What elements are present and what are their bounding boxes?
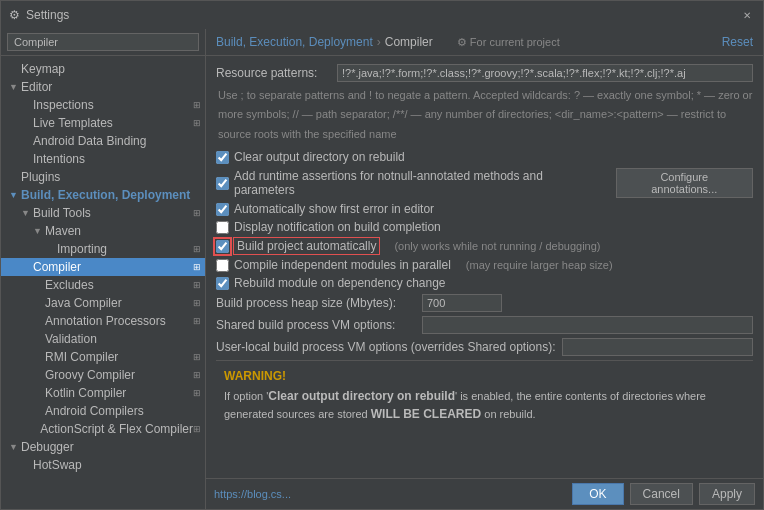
auto-show-error-checkbox[interactable] [216, 203, 229, 216]
arrow-icon: ▼ [33, 226, 45, 236]
sidebar-item-actionscript-flex[interactable]: ActionScript & Flex Compiler ⊞ [1, 420, 205, 438]
sidebar-tree: Keymap ▼ Editor Inspections ⊞ Live Tem [1, 56, 205, 509]
sidebar-item-hotswap[interactable]: HotSwap [1, 456, 205, 474]
display-notification-row: Display notification on build completion [216, 220, 753, 234]
build-automatically-label[interactable]: Build project automatically [234, 238, 379, 254]
build-automatically-checkbox[interactable] [216, 240, 229, 253]
arrow-icon: ▼ [21, 208, 33, 218]
breadcrumb-link1[interactable]: Build, Execution, Deployment [216, 35, 373, 49]
warning-box: WARNING! If option 'Clear output directo… [216, 360, 753, 431]
rebuild-module-row: Rebuild module on dependency change [216, 276, 753, 290]
cancel-button[interactable]: Cancel [630, 483, 693, 505]
shared-vm-input[interactable] [422, 316, 753, 334]
sidebar-item-label: Groovy Compiler [45, 368, 193, 382]
sidebar-item-java-compiler[interactable]: Java Compiler ⊞ [1, 294, 205, 312]
main-content: Keymap ▼ Editor Inspections ⊞ Live Tem [1, 29, 763, 509]
sidebar-item-label: Editor [21, 80, 201, 94]
display-notification-checkbox[interactable] [216, 221, 229, 234]
footer: https://blog.cs... OK Cancel Apply [206, 478, 763, 509]
sidebar-item-label: Importing [57, 242, 193, 256]
sidebar-item-groovy-compiler[interactable]: Groovy Compiler ⊞ [1, 366, 205, 384]
sidebar-item-android-data-binding[interactable]: Android Data Binding [1, 132, 205, 150]
sidebar-item-label: Build, Execution, Deployment [21, 188, 201, 202]
ext-icon: ⊞ [193, 118, 201, 128]
sidebar-item-label: Excludes [45, 278, 193, 292]
clear-output-checkbox[interactable] [216, 151, 229, 164]
shared-vm-row: Shared build process VM options: [216, 316, 753, 334]
rebuild-module-checkbox[interactable] [216, 277, 229, 290]
ext-icon: ⊞ [193, 298, 201, 308]
sidebar-item-excludes[interactable]: Excludes ⊞ [1, 276, 205, 294]
sidebar-item-label: Maven [45, 224, 201, 238]
sidebar-item-label: Inspections [33, 98, 193, 112]
sidebar-item-label: Android Data Binding [33, 134, 201, 148]
sidebar-item-label: RMI Compiler [45, 350, 193, 364]
heap-size-row: Build process heap size (Mbytes): [216, 294, 753, 312]
sidebar-item-label: Plugins [21, 170, 201, 184]
ext-icon: ⊞ [193, 370, 201, 380]
search-bar [1, 29, 205, 56]
sidebar-item-label: Compiler [33, 260, 193, 274]
sidebar-item-intentions[interactable]: Intentions [1, 150, 205, 168]
sidebar-item-android-compilers[interactable]: Android Compilers [1, 402, 205, 420]
window-title: Settings [26, 8, 69, 22]
sidebar-item-label: Kotlin Compiler [45, 386, 193, 400]
build-automatically-row: Build project automatically (only works … [216, 238, 753, 254]
sidebar-item-build-tools[interactable]: ▼ Build Tools ⊞ [1, 204, 205, 222]
arrow-icon: ▼ [9, 82, 21, 92]
hint-line2: more symbols; // — path separator; /**/ … [218, 105, 753, 124]
sidebar-item-keymap[interactable]: Keymap [1, 60, 205, 78]
sidebar-item-inspections[interactable]: Inspections ⊞ [1, 96, 205, 114]
sidebar-item-label: Live Templates [33, 116, 193, 130]
sidebar-item-kotlin-compiler[interactable]: Kotlin Compiler ⊞ [1, 384, 205, 402]
sidebar-item-plugins[interactable]: Plugins [1, 168, 205, 186]
sidebar-item-importing[interactable]: Importing ⊞ [1, 240, 205, 258]
ext-icon: ⊞ [193, 280, 201, 290]
rebuild-module-label[interactable]: Rebuild module on dependency change [234, 276, 446, 290]
heap-size-input[interactable] [422, 294, 502, 312]
sidebar-item-maven[interactable]: ▼ Maven [1, 222, 205, 240]
sidebar-item-compiler[interactable]: Compiler ⊞ [1, 258, 205, 276]
user-local-vm-input[interactable] [562, 338, 754, 356]
reset-link[interactable]: Reset [722, 35, 753, 49]
ext-icon: ⊞ [193, 100, 201, 110]
sidebar-item-live-templates[interactable]: Live Templates ⊞ [1, 114, 205, 132]
heap-size-label: Build process heap size (Mbytes): [216, 296, 416, 310]
configure-annotations-button[interactable]: Configure annotations... [616, 168, 753, 198]
sidebar-item-label: HotSwap [33, 458, 201, 472]
compile-independent-checkbox[interactable] [216, 259, 229, 272]
window-title-area: ⚙ Settings [9, 8, 739, 22]
ext-icon: ⊞ [193, 262, 201, 272]
apply-button[interactable]: Apply [699, 483, 755, 505]
sidebar-item-rmi-compiler[interactable]: RMI Compiler ⊞ [1, 348, 205, 366]
sidebar-item-label: Android Compilers [45, 404, 201, 418]
sidebar-item-label: Debugger [21, 440, 201, 454]
arrow-icon: ▼ [9, 442, 21, 452]
auto-show-error-label[interactable]: Automatically show first error in editor [234, 202, 434, 216]
search-input[interactable] [7, 33, 199, 51]
resource-patterns-input[interactable] [337, 64, 753, 82]
resource-patterns-row: Resource patterns: [216, 64, 753, 82]
sidebar-item-label: Keymap [21, 62, 201, 76]
compile-independent-label[interactable]: Compile independent modules in parallel [234, 258, 451, 272]
warning-text: If option 'Clear output directory on reb… [224, 387, 745, 423]
ext-icon: ⊞ [193, 424, 201, 434]
ok-button[interactable]: OK [572, 483, 623, 505]
close-button[interactable]: ✕ [739, 7, 755, 23]
add-runtime-checkbox[interactable] [216, 177, 229, 190]
ext-icon: ⊞ [193, 388, 201, 398]
display-notification-label[interactable]: Display notification on build completion [234, 220, 441, 234]
sidebar-item-validation[interactable]: Validation [1, 330, 205, 348]
clear-output-label[interactable]: Clear output directory on rebuild [234, 150, 405, 164]
title-bar: ⚙ Settings ✕ [1, 1, 763, 29]
sidebar-item-debugger[interactable]: ▼ Debugger [1, 438, 205, 456]
sidebar-item-label: Annotation Processors [45, 314, 193, 328]
sidebar-item-label: Build Tools [33, 206, 193, 220]
help-link[interactable]: https://blog.cs... [214, 488, 291, 500]
add-runtime-label[interactable]: Add runtime assertions for notnull-annot… [234, 169, 603, 197]
sidebar-item-build-execution-deployment[interactable]: ▼ Build, Execution, Deployment [1, 186, 205, 204]
user-local-vm-row: User-local build process VM options (ove… [216, 338, 753, 356]
hint-line3: source roots with the specified name [218, 125, 753, 144]
sidebar-item-annotation-processors[interactable]: Annotation Processors ⊞ [1, 312, 205, 330]
sidebar-item-editor[interactable]: ▼ Editor [1, 78, 205, 96]
